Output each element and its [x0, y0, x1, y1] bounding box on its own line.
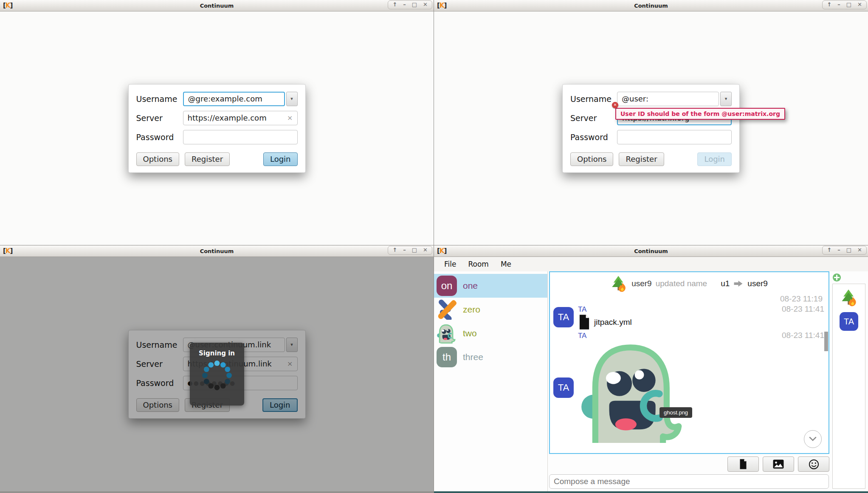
register-button[interactable]: Register	[185, 152, 230, 166]
room-label: one	[463, 281, 478, 291]
menu-me[interactable]: Me	[496, 258, 516, 270]
attachment-toolbar	[549, 454, 829, 474]
password-input[interactable]	[617, 130, 732, 144]
desktop: [K] Continuum ↑ – □ ✕ Username @gre:exam…	[0, 0, 868, 493]
login-content: Username @user: ▾ Server https://matrix.…	[434, 11, 868, 245]
window-title: Continuum	[0, 248, 434, 254]
event-old-name: u1	[721, 279, 730, 288]
image-attachment[interactable]	[578, 341, 824, 445]
caret-down-icon: ▾	[290, 96, 293, 101]
minimize-icon[interactable]: –	[403, 2, 406, 8]
room-list: on one zero	[434, 271, 548, 491]
login-button[interactable]: Login	[263, 152, 298, 166]
error-icon: ✕	[612, 102, 618, 108]
file-attachment[interactable]: jitpack.yml	[578, 314, 824, 330]
shade-icon[interactable]: ↑	[827, 247, 831, 253]
chevron-down-icon	[809, 437, 817, 442]
login-form: Username @user: ▾ Server https://matrix.…	[562, 84, 740, 173]
username-label: Username	[136, 94, 183, 104]
minimize-icon[interactable]: –	[837, 247, 840, 253]
menu-file[interactable]: File	[439, 258, 461, 270]
ghost-icon	[437, 323, 457, 344]
room-item-one[interactable]: on one	[434, 274, 547, 298]
window-login-3: [K] Continuum ↑ – □ ✕ Username @user:con…	[0, 245, 434, 493]
window-controls: ↑ – □ ✕	[388, 0, 432, 9]
menu-room[interactable]: Room	[463, 258, 493, 270]
signing-in-label: Signing in	[199, 349, 235, 357]
minimize-icon[interactable]: –	[403, 247, 406, 253]
titlebar[interactable]: [K] Continuum ↑ – □ ✕	[0, 0, 434, 11]
maximize-icon[interactable]: □	[846, 2, 851, 8]
login-content: Username @user:continuum.link ▾ Server h…	[0, 257, 434, 491]
scroll-to-bottom-button[interactable]	[804, 430, 822, 448]
maximize-icon[interactable]: □	[412, 247, 417, 253]
member-list: TA	[832, 284, 865, 489]
register-button[interactable]: Register	[619, 152, 664, 166]
image-icon	[772, 459, 784, 469]
maximize-icon[interactable]: □	[412, 2, 417, 8]
menu-bar: File Room Me	[434, 257, 868, 271]
chat-column: user9 updated name u1 user9 08-23 11:19 …	[548, 271, 831, 491]
attach-image-button[interactable]	[763, 456, 794, 472]
shade-icon[interactable]: ↑	[392, 2, 397, 8]
server-label: Server	[136, 113, 183, 123]
window-title: Continuum	[0, 3, 434, 9]
options-button[interactable]: Options	[136, 152, 179, 166]
window-login-1: [K] Continuum ↑ – □ ✕ Username @gre:exam…	[0, 0, 434, 245]
titlebar[interactable]: [K] Continuum ↑ – □ ✕	[434, 0, 868, 11]
name-change-event: user9 updated name u1 user9	[553, 275, 824, 293]
message-timestamp: 08-23 11:41	[782, 304, 824, 314]
clear-icon[interactable]: ×	[287, 114, 293, 122]
arrow-right-icon	[733, 280, 744, 287]
server-input[interactable]: https://example.com×	[183, 111, 298, 125]
file-icon	[578, 314, 591, 330]
room-item-three[interactable]: th three	[434, 345, 547, 369]
tree-fire-avatar-icon	[610, 275, 628, 293]
image-tooltip: ghost.png	[659, 407, 692, 418]
event-action: updated name	[656, 279, 707, 288]
chat-main: on one zero	[434, 271, 868, 491]
ghost-image	[578, 341, 690, 443]
sender-avatar: TA	[553, 377, 574, 398]
minimize-icon[interactable]: –	[837, 2, 840, 8]
invite-member-plus-icon[interactable]	[832, 273, 841, 282]
shade-icon[interactable]: ↑	[392, 247, 397, 253]
maximize-icon[interactable]: □	[846, 247, 851, 253]
room-item-zero[interactable]: zero	[434, 298, 547, 321]
username-input[interactable]: @user:	[617, 92, 719, 106]
attach-file-button[interactable]	[727, 456, 759, 472]
password-input[interactable]	[183, 130, 298, 144]
compose-message-input[interactable]	[549, 474, 829, 489]
sender-avatar: TA	[553, 307, 574, 327]
chat-scrollbar-thumb[interactable]	[824, 332, 828, 351]
username-combo: @user: ▾	[617, 92, 732, 106]
emoji-button[interactable]	[798, 456, 829, 472]
login-content: Username @gre:example.com ▾ Server https…	[0, 11, 434, 245]
error-tooltip: User ID should be of the form @user:matr…	[615, 108, 785, 120]
username-dropdown-button[interactable]: ▾	[286, 92, 298, 106]
tree-fire-avatar-icon[interactable]	[840, 288, 858, 307]
shade-icon[interactable]: ↑	[827, 2, 831, 8]
username-dropdown-button[interactable]: ▾	[720, 92, 732, 106]
signing-in-popup: Signing in	[190, 343, 244, 406]
options-button[interactable]: Options	[570, 152, 613, 166]
titlebar[interactable]: [K] Continuum ↑ – □ ✕	[434, 245, 868, 257]
sender-name: TA	[578, 332, 586, 340]
close-icon[interactable]: ✕	[423, 2, 428, 8]
caret-down-icon: ▾	[725, 96, 727, 101]
member-avatar[interactable]: TA	[840, 312, 858, 331]
room-label: two	[463, 328, 477, 338]
file-icon	[739, 459, 747, 470]
room-item-two[interactable]: two	[434, 321, 547, 345]
password-label: Password	[136, 132, 183, 142]
close-icon[interactable]: ✕	[857, 2, 862, 8]
close-icon[interactable]: ✕	[857, 247, 862, 253]
close-icon[interactable]: ✕	[423, 247, 428, 253]
message-image: TA TA 08-23 11:41	[553, 331, 824, 445]
titlebar[interactable]: [K] Continuum ↑ – □ ✕	[0, 245, 434, 257]
window-title: Continuum	[434, 248, 868, 254]
room-label: zero	[463, 304, 480, 315]
username-input[interactable]: @gre:example.com	[183, 92, 285, 106]
login-form: Username @gre:example.com ▾ Server https…	[128, 84, 306, 173]
window-controls: ↑ – □ ✕	[388, 246, 432, 255]
